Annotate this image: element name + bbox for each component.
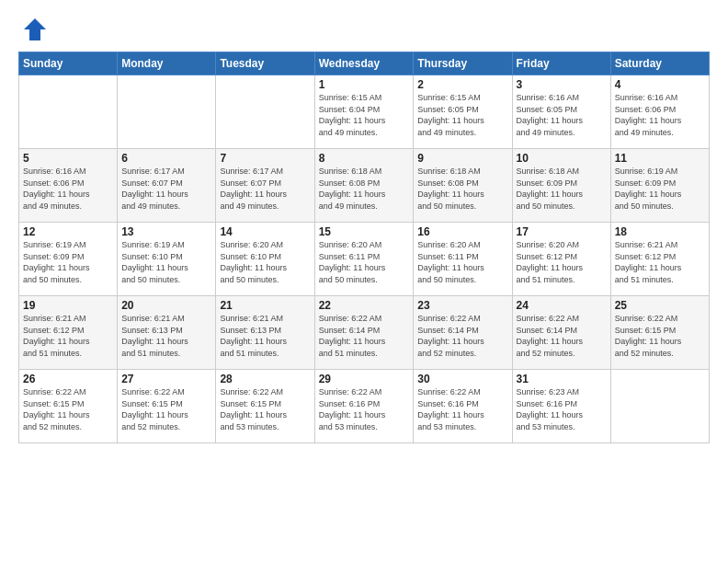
day-info: Sunrise: 6:22 AM Sunset: 6:14 PM Dayligh…: [517, 313, 607, 359]
day-number: 31: [517, 373, 607, 385]
logo-icon: [22, 17, 48, 42]
calendar-cell: [19, 75, 118, 149]
day-info: Sunrise: 6:15 AM Sunset: 6:05 PM Dayligh…: [417, 92, 507, 138]
weekday-header: Monday: [118, 52, 216, 75]
header: [18, 17, 710, 42]
day-number: 29: [319, 373, 410, 385]
calendar-cell: 24Sunrise: 6:22 AM Sunset: 6:14 PM Dayli…: [512, 296, 610, 370]
calendar-cell: 10Sunrise: 6:18 AM Sunset: 6:09 PM Dayli…: [512, 149, 610, 223]
calendar-table: SundayMondayTuesdayWednesdayThursdayFrid…: [18, 52, 710, 443]
svg-marker-0: [24, 18, 46, 40]
day-info: Sunrise: 6:18 AM Sunset: 6:08 PM Dayligh…: [417, 166, 507, 212]
day-info: Sunrise: 6:23 AM Sunset: 6:16 PM Dayligh…: [517, 386, 607, 432]
calendar-cell: 5Sunrise: 6:16 AM Sunset: 6:06 PM Daylig…: [19, 149, 118, 223]
day-number: 10: [517, 152, 607, 165]
day-number: 19: [23, 299, 113, 312]
day-number: 5: [23, 152, 113, 165]
day-number: 11: [615, 152, 705, 165]
day-number: 20: [121, 299, 211, 312]
weekday-header: Tuesday: [216, 52, 314, 75]
day-info: Sunrise: 6:21 AM Sunset: 6:12 PM Dayligh…: [615, 239, 705, 285]
calendar-cell: [216, 75, 314, 149]
day-number: 23: [417, 299, 507, 312]
calendar-cell: 11Sunrise: 6:19 AM Sunset: 6:09 PM Dayli…: [610, 149, 709, 223]
day-info: Sunrise: 6:22 AM Sunset: 6:15 PM Dayligh…: [615, 313, 705, 359]
day-info: Sunrise: 6:20 AM Sunset: 6:10 PM Dayligh…: [220, 239, 310, 285]
day-number: 3: [517, 78, 607, 91]
day-info: Sunrise: 6:19 AM Sunset: 6:10 PM Dayligh…: [121, 239, 211, 285]
day-info: Sunrise: 6:16 AM Sunset: 6:06 PM Dayligh…: [615, 92, 705, 138]
day-info: Sunrise: 6:22 AM Sunset: 6:15 PM Dayligh…: [121, 386, 211, 432]
calendar-cell: 28Sunrise: 6:22 AM Sunset: 6:15 PM Dayli…: [216, 370, 314, 443]
day-info: Sunrise: 6:15 AM Sunset: 6:04 PM Dayligh…: [319, 92, 410, 138]
calendar-cell: 25Sunrise: 6:22 AM Sunset: 6:15 PM Dayli…: [610, 296, 709, 370]
day-info: Sunrise: 6:22 AM Sunset: 6:16 PM Dayligh…: [319, 386, 410, 432]
calendar-week-row: 5Sunrise: 6:16 AM Sunset: 6:06 PM Daylig…: [19, 149, 710, 223]
day-number: 24: [517, 299, 607, 312]
calendar-cell: 23Sunrise: 6:22 AM Sunset: 6:14 PM Dayli…: [414, 296, 512, 370]
calendar-week-row: 12Sunrise: 6:19 AM Sunset: 6:09 PM Dayli…: [19, 223, 710, 296]
calendar-cell: 16Sunrise: 6:20 AM Sunset: 6:11 PM Dayli…: [414, 223, 512, 296]
calendar-cell: 31Sunrise: 6:23 AM Sunset: 6:16 PM Dayli…: [512, 370, 610, 443]
day-number: 15: [319, 225, 410, 238]
day-number: 21: [220, 299, 310, 312]
calendar-cell: 29Sunrise: 6:22 AM Sunset: 6:16 PM Dayli…: [314, 370, 414, 443]
weekday-header: Sunday: [19, 52, 118, 75]
day-info: Sunrise: 6:22 AM Sunset: 6:15 PM Dayligh…: [23, 386, 113, 432]
day-info: Sunrise: 6:19 AM Sunset: 6:09 PM Dayligh…: [23, 239, 113, 285]
calendar-cell: [118, 75, 216, 149]
calendar-cell: 17Sunrise: 6:20 AM Sunset: 6:12 PM Dayli…: [512, 223, 610, 296]
weekday-header: Wednesday: [314, 52, 414, 75]
day-number: 25: [615, 299, 705, 312]
day-number: 4: [615, 78, 705, 91]
weekday-row: SundayMondayTuesdayWednesdayThursdayFrid…: [19, 52, 710, 75]
day-info: Sunrise: 6:20 AM Sunset: 6:12 PM Dayligh…: [517, 239, 607, 285]
day-info: Sunrise: 6:16 AM Sunset: 6:05 PM Dayligh…: [517, 92, 607, 138]
calendar-week-row: 1Sunrise: 6:15 AM Sunset: 6:04 PM Daylig…: [19, 75, 710, 149]
calendar-cell: 14Sunrise: 6:20 AM Sunset: 6:10 PM Dayli…: [216, 223, 314, 296]
day-info: Sunrise: 6:17 AM Sunset: 6:07 PM Dayligh…: [220, 166, 310, 212]
calendar-cell: 6Sunrise: 6:17 AM Sunset: 6:07 PM Daylig…: [118, 149, 216, 223]
day-info: Sunrise: 6:20 AM Sunset: 6:11 PM Dayligh…: [319, 239, 410, 285]
calendar-cell: 1Sunrise: 6:15 AM Sunset: 6:04 PM Daylig…: [314, 75, 414, 149]
day-info: Sunrise: 6:18 AM Sunset: 6:09 PM Dayligh…: [517, 166, 607, 212]
calendar-header: SundayMondayTuesdayWednesdayThursdayFrid…: [19, 52, 710, 75]
calendar-cell: 7Sunrise: 6:17 AM Sunset: 6:07 PM Daylig…: [216, 149, 314, 223]
calendar-cell: 26Sunrise: 6:22 AM Sunset: 6:15 PM Dayli…: [19, 370, 118, 443]
calendar-cell: 4Sunrise: 6:16 AM Sunset: 6:06 PM Daylig…: [610, 75, 709, 149]
calendar-cell: 13Sunrise: 6:19 AM Sunset: 6:10 PM Dayli…: [118, 223, 216, 296]
weekday-header: Saturday: [610, 52, 709, 75]
calendar-cell: 27Sunrise: 6:22 AM Sunset: 6:15 PM Dayli…: [118, 370, 216, 443]
day-number: 28: [220, 373, 310, 385]
day-number: 30: [417, 373, 507, 385]
day-number: 2: [417, 78, 507, 91]
calendar-cell: 20Sunrise: 6:21 AM Sunset: 6:13 PM Dayli…: [118, 296, 216, 370]
day-info: Sunrise: 6:17 AM Sunset: 6:07 PM Dayligh…: [121, 166, 211, 212]
day-number: 16: [417, 225, 507, 238]
calendar-week-row: 19Sunrise: 6:21 AM Sunset: 6:12 PM Dayli…: [19, 296, 710, 370]
day-info: Sunrise: 6:21 AM Sunset: 6:13 PM Dayligh…: [220, 313, 310, 359]
calendar-week-row: 26Sunrise: 6:22 AM Sunset: 6:15 PM Dayli…: [19, 370, 710, 443]
day-number: 18: [615, 225, 705, 238]
weekday-header: Thursday: [414, 52, 512, 75]
logo: [18, 17, 48, 42]
day-number: 7: [220, 152, 310, 165]
calendar-cell: 30Sunrise: 6:22 AM Sunset: 6:16 PM Dayli…: [414, 370, 512, 443]
day-number: 12: [23, 225, 113, 238]
calendar-cell: 8Sunrise: 6:18 AM Sunset: 6:08 PM Daylig…: [314, 149, 414, 223]
day-info: Sunrise: 6:22 AM Sunset: 6:14 PM Dayligh…: [417, 313, 507, 359]
day-number: 1: [319, 78, 410, 91]
day-info: Sunrise: 6:21 AM Sunset: 6:13 PM Dayligh…: [121, 313, 211, 359]
calendar-cell: 2Sunrise: 6:15 AM Sunset: 6:05 PM Daylig…: [414, 75, 512, 149]
day-number: 27: [121, 373, 211, 385]
calendar-cell: 18Sunrise: 6:21 AM Sunset: 6:12 PM Dayli…: [610, 223, 709, 296]
calendar-cell: 21Sunrise: 6:21 AM Sunset: 6:13 PM Dayli…: [216, 296, 314, 370]
day-number: 17: [517, 225, 607, 238]
calendar-cell: 19Sunrise: 6:21 AM Sunset: 6:12 PM Dayli…: [19, 296, 118, 370]
day-info: Sunrise: 6:21 AM Sunset: 6:12 PM Dayligh…: [23, 313, 113, 359]
day-number: 6: [121, 152, 211, 165]
day-number: 26: [23, 373, 113, 385]
weekday-header: Friday: [512, 52, 610, 75]
page: SundayMondayTuesdayWednesdayThursdayFrid…: [0, 0, 728, 563]
day-info: Sunrise: 6:16 AM Sunset: 6:06 PM Dayligh…: [23, 166, 113, 212]
